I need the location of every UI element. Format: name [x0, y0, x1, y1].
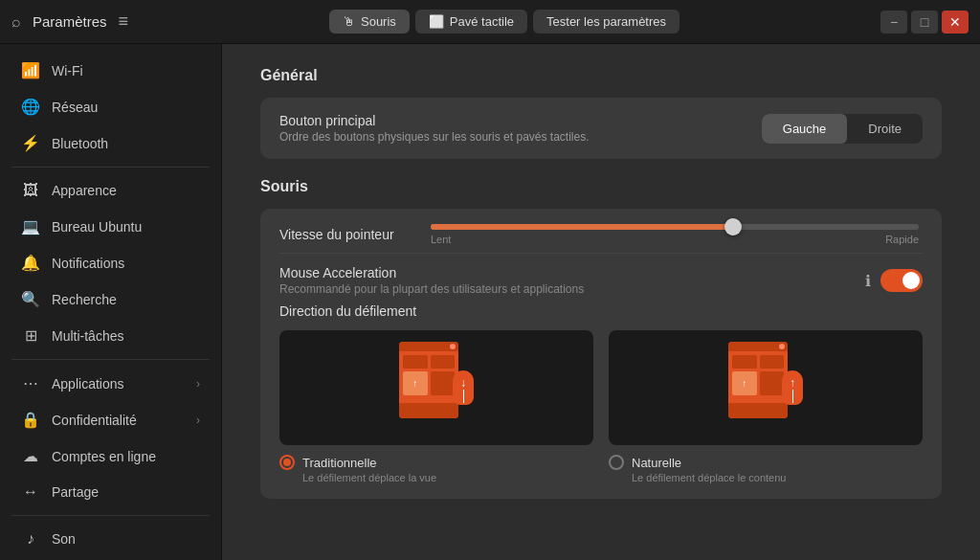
trad-radio-dot [283, 459, 291, 466]
mini-close-dot-nat [779, 344, 785, 349]
sidebar-item-applications[interactable]: ⋯ Applications › [6, 366, 215, 401]
sidebar-label-son: Son [52, 531, 200, 547]
sidebar-item-comptes[interactable]: ☁ Comptes en ligne [6, 438, 215, 474]
sidebar-item-apparence[interactable]: 🖼 Apparence [6, 173, 215, 208]
bouton-principal-card: Bouton principal Ordre des boutons physi… [260, 98, 942, 159]
window-controls: − □ ✕ [880, 11, 969, 34]
reseau-icon: 🌐 [21, 98, 40, 116]
mini-grid-nat: ↑ [728, 351, 788, 399]
mini-window-trad: ↑ [399, 342, 458, 418]
mini-desktop-trad: ↑ ↓ [399, 342, 474, 434]
souris-tab-icon: 🖱 [343, 14, 355, 29]
mini-cell-1 [403, 355, 428, 369]
mini-cell-2 [431, 355, 456, 369]
gauche-droite-toggle: Gauche Droite [762, 114, 923, 144]
trad-option-desc: Le défilement déplace la vue [302, 472, 436, 483]
toggle-knob [902, 272, 920, 289]
sidebar-label-recherche: Recherche [52, 292, 200, 307]
sidebar-item-partage[interactable]: ↔ Partage [6, 475, 215, 509]
minimize-button[interactable]: − [880, 11, 907, 34]
restore-button[interactable]: □ [911, 11, 938, 34]
sidebar-item-confidentialite[interactable]: 🔒 Confidentialité › [6, 402, 215, 437]
slider-thumb[interactable] [724, 218, 742, 235]
sidebar-label-applications: Applications [52, 376, 185, 392]
test-params-button[interactable]: Tester les paramètres [533, 10, 679, 34]
wifi-icon: 📶 [21, 61, 40, 79]
sidebar-divider-2 [11, 359, 210, 360]
sidebar-item-son[interactable]: ♪ Son [6, 522, 215, 556]
defilement-title: Direction du défilement [279, 303, 923, 319]
mouse-accel-toggle[interactable] [880, 269, 923, 292]
slider-fill [431, 224, 733, 230]
sidebar-label-bluetooth: Bluetooth [52, 136, 200, 151]
mini-cell-4 [431, 371, 456, 395]
menu-icon[interactable]: ≡ [119, 11, 129, 32]
souris-card: Vitesse du pointeur Lent Rapide Mouse Ac… [260, 209, 942, 499]
scroll-option-traditionnelle[interactable]: ↑ ↓ [279, 330, 593, 483]
sidebar-label-bureau: Bureau Ubuntu [52, 219, 200, 235]
multitaches-icon: ⊞ [21, 326, 40, 345]
sidebar-label-notifications: Notifications [52, 256, 200, 271]
sidebar-item-wifi[interactable]: 📶 Wi-Fi [6, 53, 215, 88]
general-section-title: Général [260, 67, 942, 84]
souris-section-title: Souris [260, 178, 942, 195]
mini-window-nat: ↑ [728, 342, 788, 418]
mini-desktop-nat: ↑ ↑ [728, 342, 803, 434]
sidebar-item-reseau[interactable]: 🌐 Réseau [6, 89, 215, 124]
confidentialite-icon: 🔒 [21, 411, 40, 429]
mini-cell-arrow-nat: ↑ [732, 371, 757, 395]
app-title: Paramètres [33, 13, 107, 30]
scroll-option-naturelle[interactable]: ↑ ↑ [609, 330, 923, 483]
comptes-icon: ☁ [21, 447, 40, 465]
pave-tab-icon: ⬜ [429, 14, 444, 29]
mini-cell-n2 [760, 355, 785, 369]
sidebar-label-comptes: Comptes en ligne [52, 449, 200, 464]
vitesse-slider-track[interactable] [431, 224, 919, 230]
sidebar: 📶 Wi-Fi 🌐 Réseau ⚡ Bluetooth 🖼 Apparence… [0, 44, 222, 560]
sidebar-item-notifications[interactable]: 🔔 Notifications [6, 245, 215, 280]
mouse-accel-right: ℹ [865, 269, 923, 292]
sidebar-item-bluetooth[interactable]: ⚡ Bluetooth [6, 125, 215, 161]
sidebar-label-partage: Partage [52, 484, 200, 500]
search-icon[interactable]: ⌕ [11, 13, 21, 31]
sidebar-label-reseau: Réseau [52, 100, 200, 115]
scroll-preview-naturelle: ↑ ↑ [609, 330, 923, 445]
souris-tab-label: Souris [361, 14, 396, 29]
sidebar-item-multitaches[interactable]: ⊞ Multi-tâches [6, 318, 215, 353]
mini-close-dot [450, 344, 456, 349]
gauche-button[interactable]: Gauche [762, 114, 848, 144]
header-left: ⌕ Paramètres ≡ [11, 11, 128, 32]
app-header: ⌕ Paramètres ≡ 🖱 Souris ⬜ Pavé tactile T… [0, 0, 980, 44]
recherche-icon: 🔍 [21, 290, 40, 308]
tab-pave-tactile[interactable]: ⬜ Pavé tactile [415, 10, 527, 34]
mouse-accel-left: Mouse Acceleration Recommandé pour la pl… [279, 265, 865, 296]
sidebar-divider-3 [11, 515, 210, 516]
bouton-title: Bouton principal [279, 113, 762, 128]
mini-mouse-nat: ↑ [782, 370, 803, 405]
nat-radio[interactable] [609, 455, 624, 470]
mini-mouse-trad: ↓ [453, 370, 474, 405]
nat-option-label: Naturelle Le défilement déplace le conte… [609, 455, 923, 483]
trad-radio[interactable] [279, 455, 295, 470]
trad-radio-row: Traditionnelle [279, 455, 377, 470]
slider-labels: Lent Rapide [427, 234, 923, 245]
sidebar-label-confidentialite: Confidentialité [52, 413, 185, 428]
mini-grid-trad: ↑ [399, 351, 458, 399]
pave-tab-label: Pavé tactile [450, 14, 514, 29]
mini-taskbar-trad [399, 403, 458, 418]
mini-titlebar-nat [728, 342, 788, 351]
vitesse-label: Vitesse du pointeur [279, 227, 413, 242]
close-button[interactable]: ✕ [942, 11, 969, 34]
trad-option-name: Traditionnelle [302, 456, 377, 470]
apparence-icon: 🖼 [21, 182, 40, 199]
sidebar-label-multitaches: Multi-tâches [52, 328, 200, 344]
droite-button[interactable]: Droite [847, 114, 923, 144]
mouse-accel-subtitle: Recommandé pour la plupart des utilisate… [279, 282, 865, 296]
sidebar-item-bureau-ubuntu[interactable]: 💻 Bureau Ubuntu [6, 209, 215, 244]
info-icon[interactable]: ℹ [865, 272, 871, 290]
vitesse-slider-wrap: Lent Rapide [427, 224, 923, 245]
sidebar-item-recherche[interactable]: 🔍 Recherche [6, 281, 215, 317]
applications-chevron-icon: › [196, 377, 200, 391]
mini-cell-arrow: ↑ [403, 371, 428, 395]
tab-souris[interactable]: 🖱 Souris [329, 10, 410, 34]
